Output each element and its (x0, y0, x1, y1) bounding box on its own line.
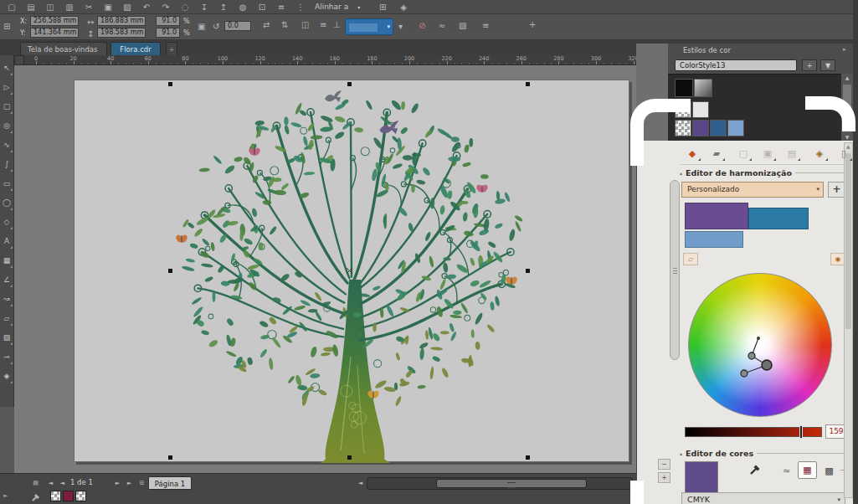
docker-side-scrollbar[interactable] (670, 180, 680, 360)
harmony-rule-icon[interactable]: ▱ (683, 253, 698, 265)
document-page[interactable] (74, 80, 629, 462)
text-wrap-icon[interactable]: ◫ (301, 19, 309, 31)
color-sliders-icon[interactable]: ▦ (798, 461, 817, 479)
status-swatch[interactable] (50, 491, 61, 501)
collapse-color-editor-icon[interactable]: ▴ (680, 450, 682, 456)
zoom-out-mini-button[interactable]: − (658, 459, 670, 470)
docker-menu-icon[interactable]: ▸ (843, 46, 846, 53)
outline-caret-icon[interactable]: ▾ (398, 21, 403, 33)
color-model-caret-icon[interactable]: ▾ (837, 493, 840, 504)
brightness-slider[interactable] (685, 427, 822, 437)
selection-handle[interactable] (347, 455, 352, 460)
lock-ratio-icon[interactable]: ▣ (198, 21, 205, 33)
copy-icon[interactable]: ▣ (101, 1, 115, 13)
pick-tool[interactable]: ↖ (0, 58, 13, 77)
shape-tool[interactable]: ▷ (0, 77, 13, 96)
harmony-preset-dropdown[interactable]: Personalizado ▾ (681, 182, 824, 198)
add-harmony-button[interactable]: + (828, 182, 845, 198)
mirror-horizontal-icon[interactable]: ⇄ (263, 19, 270, 31)
interactive-fill-tool[interactable]: ◈ (0, 366, 13, 385)
preset-caret-icon[interactable]: ▾ (816, 183, 819, 197)
transparency-tool[interactable]: ▨ (0, 327, 13, 347)
redo-icon[interactable]: ↷ (159, 1, 172, 13)
harmony-purple[interactable] (685, 203, 748, 229)
align-to-caret-icon[interactable]: ▾ (357, 4, 360, 10)
docker-scrollbar-thumb[interactable] (845, 153, 851, 329)
status-swatch[interactable] (63, 491, 74, 501)
scale-v-field[interactable]: 91.0 (156, 28, 180, 38)
next-page-button[interactable]: ► (112, 477, 123, 488)
color-style-swatch[interactable] (692, 120, 709, 136)
add-page-button[interactable]: ⊞ (136, 477, 147, 488)
tab-welcome-screen[interactable]: Tela de boas-vindas (20, 42, 107, 55)
color-style-swatch[interactable] (727, 120, 744, 136)
new-gradient-icon[interactable]: ▤ (783, 145, 801, 162)
rectangle-tool[interactable]: ▭ (0, 173, 13, 193)
color-viewer-icon[interactable]: ≈ (777, 462, 796, 480)
outline-dropdown-caret-icon[interactable]: ▾ (387, 23, 390, 30)
status-swatch[interactable] (75, 491, 86, 501)
color-palettes-icon[interactable]: ▩ (819, 462, 839, 480)
zoom-tool[interactable]: ◎ (0, 116, 13, 135)
horizontal-scrollbar[interactable] (367, 477, 633, 490)
drawing-area[interactable] (14, 65, 636, 473)
current-color-swatch[interactable] (685, 461, 718, 496)
color-style-swatch[interactable] (710, 120, 727, 136)
view-options-icon[interactable]: ◈ (810, 145, 829, 162)
ruler-origin-button[interactable] (14, 55, 24, 65)
pen-settings-icon[interactable]: ≈ (439, 20, 445, 32)
fullscreen-preview-icon[interactable]: ⊡ (255, 1, 269, 13)
selection-handle[interactable] (168, 269, 172, 273)
open-icon[interactable]: ▤ (24, 1, 38, 13)
selection-handle[interactable] (526, 82, 530, 86)
object-height-icon[interactable]: ↕ (87, 28, 94, 40)
collapse-harmony-icon[interactable]: ▴ (680, 170, 682, 176)
snap-grid-icon[interactable]: ⊞ (376, 1, 389, 13)
options-icon[interactable]: ⋮ (294, 1, 307, 13)
polygon-tool[interactable]: ◇ (0, 212, 13, 231)
y-position-field[interactable]: 141.364 mm (30, 28, 79, 38)
page-tab[interactable]: Página 1 (148, 476, 192, 490)
pattern-icon[interactable]: ▨ (459, 20, 466, 32)
brightness-slider-handle[interactable] (799, 425, 803, 439)
crop-tool[interactable]: ▢ (0, 96, 13, 116)
apply-style-icon[interactable]: ▰ (707, 145, 726, 162)
harmony-lightblue[interactable] (685, 231, 743, 248)
more-options-icon[interactable]: ≡ (482, 20, 489, 32)
object-width-field[interactable]: 186.883 mm (97, 16, 146, 26)
new-color-style-button[interactable]: + (802, 59, 817, 71)
text-tool[interactable]: A (0, 231, 13, 250)
scroll-up-icon[interactable]: ▲ (841, 75, 853, 80)
tab-active-document[interactable]: Flora.cdr (110, 42, 161, 55)
object-width-icon[interactable]: ↔ (87, 17, 94, 28)
hscroll-left-arrow-icon[interactable]: ◄ (355, 477, 366, 488)
cut-icon[interactable]: ✂ (82, 1, 95, 13)
dimension-tool[interactable]: ∠ (0, 270, 13, 289)
selection-handle[interactable] (526, 269, 530, 273)
prev-page-button[interactable]: ◄ (57, 477, 68, 488)
freehand-tool[interactable]: ∿ (0, 135, 13, 154)
new-from-selected-icon[interactable]: ▢ (734, 145, 753, 162)
save-icon[interactable]: ◫ (44, 1, 57, 13)
new-harmony-icon[interactable]: ▣ (758, 145, 777, 162)
weld-icon[interactable]: ⊥ (333, 19, 341, 31)
page-flip-icon[interactable]: ▤ (30, 477, 41, 488)
color-style-swatch[interactable] (675, 79, 693, 97)
selection-handle[interactable] (168, 455, 172, 460)
no-outline-icon[interactable]: ⊘ (419, 20, 425, 32)
align-to-label[interactable]: Alinhar a (315, 3, 348, 11)
zoom-in-mini-button[interactable]: + (658, 472, 670, 483)
page-sorter-icon[interactable]: ▯ (835, 145, 853, 162)
zoom-levels-icon[interactable]: ◍ (236, 1, 249, 13)
first-page-button[interactable]: ◄ (45, 477, 56, 488)
outline-width-dropdown[interactable]: ▾ (345, 18, 393, 35)
drop-shadow-tool[interactable]: ▱ (0, 308, 13, 327)
table-tool[interactable]: ▦ (0, 250, 13, 270)
color-model-dropdown[interactable]: CMYK ▾ (681, 492, 845, 504)
search-icon[interactable]: ◌ (178, 1, 192, 13)
tree-artwork[interactable] (74, 80, 630, 463)
eyedropper-icon[interactable] (748, 462, 763, 477)
object-position-icon[interactable]: ⊞ (3, 21, 10, 33)
color-editor-header[interactable]: ▴ Editor de cores (680, 449, 845, 458)
sort-styles-button[interactable]: ▼ (820, 59, 835, 71)
